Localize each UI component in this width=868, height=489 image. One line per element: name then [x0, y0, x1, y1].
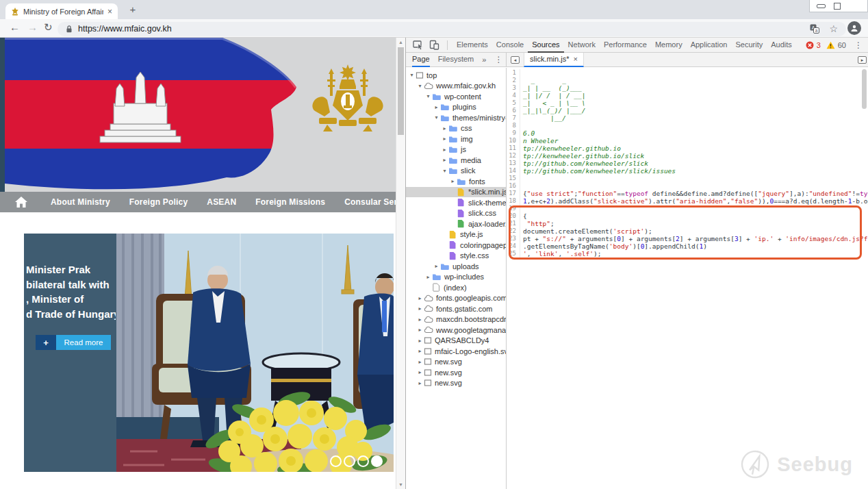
line-number[interactable]: 3 [507, 84, 520, 92]
devtools-tab-network[interactable]: Network [564, 38, 600, 53]
scroll-down-icon[interactable]: ▼ [396, 480, 405, 489]
warning-badge-icon[interactable] [826, 41, 835, 49]
expand-closed-icon[interactable]: ▸ [417, 295, 423, 301]
expand-open-icon[interactable]: ▾ [417, 83, 423, 89]
tree-item-new-svg[interactable]: ▸new.svg [406, 378, 506, 389]
code-line-10[interactable]: 10n Wheeler [507, 137, 868, 145]
expand-closed-icon[interactable]: ▸ [442, 157, 448, 163]
expand-closed-icon[interactable]: ▸ [425, 274, 431, 280]
nav-item-asean[interactable]: ASEAN [207, 197, 236, 207]
nav-item-about-ministry[interactable]: About Ministry [51, 197, 110, 207]
tree-item-style-js[interactable]: style.js [406, 229, 506, 240]
tree-item-ajax-loader-gif[interactable]: ajax-loader.gif [406, 218, 506, 229]
code-line-1[interactable]: 1 [507, 69, 868, 77]
expand-closed-icon[interactable]: ▸ [433, 104, 439, 110]
line-number[interactable]: 6 [507, 107, 520, 114]
tab-close-icon[interactable]: × [107, 8, 112, 16]
expand-open-icon[interactable]: ▾ [425, 93, 431, 99]
devtools-menu-icon[interactable]: ⋮ [854, 40, 863, 50]
tree-item-fonts[interactable]: ▸fonts [406, 176, 506, 187]
scrollbar-thumb[interactable] [398, 47, 404, 135]
expand-closed-icon[interactable]: ▸ [417, 316, 423, 323]
code-line-4[interactable]: 4_| |/ / | / __| [507, 92, 868, 99]
tree-item-slick-theme-css[interactable]: slick-theme.css [406, 197, 506, 208]
slider-dot-2[interactable] [344, 455, 355, 467]
expand-open-icon[interactable]: ▾ [442, 168, 448, 174]
code-line-9[interactable]: 96.0 [507, 129, 868, 137]
expand-closed-icon[interactable]: ▸ [442, 125, 448, 131]
devtools-tab-console[interactable]: Console [492, 38, 528, 53]
devtools-tab-sources[interactable]: Sources [528, 38, 563, 53]
tree-item-www-mfaic-gov-kh[interactable]: ▾www.mfaic.gov.kh [406, 81, 506, 92]
editor-scrollbar[interactable] [862, 69, 867, 151]
line-number[interactable]: 4 [507, 92, 520, 99]
more-tabs-icon[interactable]: » [482, 55, 486, 64]
expand-closed-icon[interactable]: ▸ [417, 369, 423, 375]
tree-item-js[interactable]: ▸js [406, 145, 506, 155]
restore-button-icon[interactable] [834, 3, 841, 10]
tree-item-wp-content[interactable]: ▾wp-content [406, 91, 506, 102]
code-line-15[interactable]: 15 [507, 175, 868, 182]
devtools-tab-security[interactable]: Security [731, 38, 767, 53]
tree-item-coloringpageprint-c[interactable]: coloringpageprint.c [406, 240, 506, 251]
tree-item-maxcdn-bootstrapcdn-com[interactable]: ▸maxcdn.bootstrapcdn.com [406, 314, 506, 325]
minimize-button-icon[interactable] [817, 4, 826, 8]
slider-dot-4[interactable] [371, 455, 383, 467]
line-number[interactable]: 8 [507, 122, 520, 129]
tree-item-www-googletagmanager-c[interactable]: ▸www.googletagmanager.c [406, 325, 506, 336]
expand-closed-icon[interactable]: ▸ [417, 305, 423, 312]
device-toolbar-icon[interactable] [429, 40, 439, 50]
warning-count[interactable]: 60 [838, 41, 846, 49]
tree-item--slick-min-js[interactable]: *slick.min.js [406, 187, 506, 198]
line-number[interactable]: 16 [507, 182, 520, 190]
tree-item-slick-css[interactable]: slick.css [406, 208, 506, 219]
code-line-2[interactable]: 2 _ _ [507, 77, 868, 84]
expand-closed-icon[interactable]: ▸ [450, 178, 456, 184]
line-number[interactable]: 15 [507, 175, 520, 182]
code-line-16[interactable]: 16 [507, 182, 868, 190]
code-line-6[interactable]: 6_|_|\_(_)/ |___/ [507, 107, 868, 114]
line-number[interactable]: 2 [507, 77, 520, 84]
error-count[interactable]: 3 [817, 41, 821, 49]
expand-closed-icon[interactable]: ▸ [417, 338, 423, 344]
expand-closed-icon[interactable]: ▸ [417, 380, 423, 386]
tree-item-uploads[interactable]: ▸uploads [406, 261, 506, 272]
code-line-7[interactable]: 7 |__/ [507, 114, 868, 122]
line-number[interactable]: 14 [507, 167, 520, 175]
line-number[interactable]: 13 [507, 160, 520, 167]
devtools-tab-elements[interactable]: Elements [452, 38, 492, 53]
expand-closed-icon[interactable]: ▸ [417, 359, 423, 365]
code-line-5[interactable]: 5_| < _ | \__ \ [507, 99, 868, 107]
tree-item-mfaic-logo-english-svg[interactable]: ▸mfaic-Logo-english.svg [406, 346, 506, 357]
devtools-tab-memory[interactable]: Memory [651, 38, 687, 53]
file-tab-slick-min-js[interactable]: slick.min.js* × [524, 53, 584, 67]
tree-item--index-[interactable]: (index) [406, 282, 506, 293]
error-badge-icon[interactable] [806, 41, 814, 49]
code-line-18[interactable]: 181,e+c+2).addClass("slick-active").attr… [507, 197, 868, 205]
expand-closed-icon[interactable]: ▸ [442, 147, 448, 153]
address-bar[interactable]: https://www.mfaic.gov.kh Aa ☆ [58, 22, 846, 36]
editor-scrollbar-thumb[interactable] [862, 69, 867, 109]
line-number[interactable]: 5 [507, 99, 520, 107]
nav-item-consular-service[interactable]: Consular Service [344, 197, 396, 207]
nav-item-foreign-missions[interactable]: Foreign Missions [255, 197, 325, 207]
scroll-up-icon[interactable]: ▲ [396, 38, 405, 47]
line-number[interactable]: 11 [507, 145, 520, 152]
tree-item-fonts-gstatic-com[interactable]: ▸fonts.gstatic.com [406, 303, 506, 314]
code-line-3[interactable]: 3_| | __ (_)___ [507, 84, 868, 92]
code-editor[interactable]: 12 _ _3_| | __ (_)___4_| |/ / | / __|5_|… [507, 68, 868, 489]
code-line-17[interactable]: 17{"use strict";"function"==typeof defin… [507, 190, 868, 197]
code-line-14[interactable]: 14tp://github.com/kenwheeler/slick/issue… [507, 167, 868, 175]
devtools-tab-audits[interactable]: Audits [767, 38, 796, 53]
translate-icon[interactable]: Aa [810, 24, 819, 34]
new-tab-button[interactable]: + [127, 4, 138, 15]
line-number[interactable]: 1 [507, 69, 520, 77]
tree-item-fonts-googleapis-com[interactable]: ▸fonts.googleapis.com [406, 293, 506, 304]
tree-item-css[interactable]: ▸css [406, 123, 506, 134]
tree-item-media[interactable]: ▸media [406, 155, 506, 166]
tree-item-wp-includes[interactable]: ▸wp-includes [406, 272, 506, 283]
line-number[interactable]: 18 [507, 197, 520, 205]
inspect-element-icon[interactable] [413, 40, 424, 50]
back-icon[interactable]: ← [10, 22, 20, 33]
navigator-menu-icon[interactable]: ⋮ [494, 55, 502, 64]
